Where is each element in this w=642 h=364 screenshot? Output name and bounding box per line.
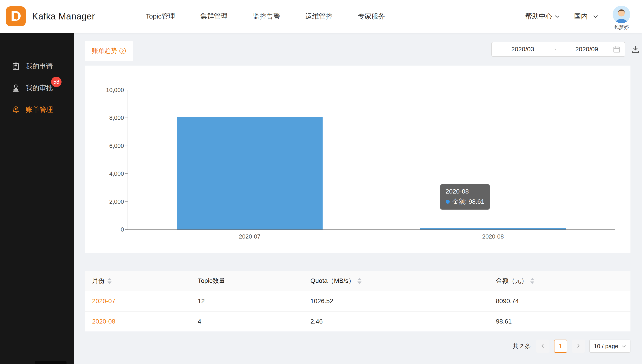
y-tick-mark	[125, 202, 128, 202]
region-dropdown[interactable]: 国内	[574, 12, 598, 21]
svg-text:D: D	[11, 8, 21, 24]
date-separator: ~	[549, 46, 560, 53]
y-tick-label: 8,000	[109, 114, 124, 122]
page-1-button[interactable]: 1	[554, 340, 567, 353]
bar-2020-07[interactable]	[177, 117, 323, 230]
date-range-picker[interactable]: 2020/03 ~ 2020/09	[491, 42, 625, 57]
clipboard-icon	[12, 62, 20, 70]
y-tick-label: 2,000	[109, 198, 124, 205]
sidebar-item-my-approvals[interactable]: 我的审批 58	[0, 77, 74, 99]
region-label: 国内	[574, 12, 588, 21]
column-label: Quota（MB/s）	[310, 276, 355, 285]
nav-ops-control[interactable]: 运维管控	[305, 12, 333, 21]
page-size-select[interactable]: 10 / page	[589, 340, 630, 353]
sort-control[interactable]	[357, 278, 361, 284]
bill-bell-icon	[12, 106, 20, 114]
app-logo-icon[interactable]: D	[6, 6, 26, 26]
avatar	[612, 6, 630, 23]
app-title: Kafka Manager	[32, 0, 95, 33]
y-tick-label: 4,000	[109, 170, 124, 177]
top-header: D Kafka Manager Topic管理 集群管理 监控告警 运维管控 专…	[0, 0, 642, 33]
series-dot-icon	[446, 200, 450, 204]
y-tick-mark	[125, 174, 128, 174]
y-tick-mark	[125, 90, 128, 90]
table-row: 2020-07 12 1026.52 8090.74	[85, 291, 630, 311]
prev-page-button[interactable]	[536, 340, 549, 353]
gridline	[128, 90, 615, 90]
column-topic-count: Topic数量	[198, 276, 310, 285]
column-label: 金额（元）	[496, 276, 527, 285]
sidebar-item-label: 我的审批	[26, 84, 53, 93]
sidebar: 我的申请 我的审批 58 账单管理	[0, 33, 74, 364]
crosshair-line	[493, 90, 493, 230]
sort-control[interactable]	[108, 278, 112, 284]
main-nav: Topic管理 集群管理 监控告警 运维管控 专家服务	[146, 0, 385, 33]
nav-expert-service[interactable]: 专家服务	[358, 12, 385, 21]
nav-cluster-manage[interactable]: 集群管理	[200, 12, 228, 21]
download-icon[interactable]	[631, 45, 640, 54]
table-header: 月份 Topic数量 Quota（MB/s） 金额（元）	[85, 271, 630, 291]
column-month: 月份	[92, 276, 198, 285]
header-right: 帮助中心 国内	[525, 0, 630, 33]
y-tick-mark	[125, 229, 128, 230]
y-tick-mark	[125, 146, 128, 146]
y-axis-line	[128, 90, 128, 230]
chart-tooltip: 2020-08 金额: 98.61	[440, 184, 490, 210]
approvals-count-badge: 58	[51, 77, 62, 87]
bottom-collapsed-bar	[35, 361, 67, 364]
bar-chart-plot: 2020-08 金额: 98.61 02,0004,0006,0008,0001…	[128, 90, 615, 230]
calendar-icon	[613, 46, 620, 53]
chevron-right-icon	[576, 343, 580, 349]
nav-monitor-alert[interactable]: 监控告警	[253, 12, 280, 21]
bill-trend-chart-card: 2020-08 金额: 98.61 02,0004,0006,0008,0001…	[85, 66, 630, 253]
tab-label: 账单趋势	[92, 46, 117, 55]
bill-table-card: 月份 Topic数量 Quota（MB/s） 金额（元） 2020-07 12 …	[85, 271, 630, 332]
x-axis-line	[128, 230, 615, 230]
month-link[interactable]: 2020-08	[92, 318, 115, 325]
table-row: 2020-08 4 2.46 98.61	[85, 311, 630, 332]
date-start-value[interactable]: 2020/03	[496, 46, 549, 53]
sort-control[interactable]	[530, 278, 534, 284]
cell-quota: 1026.52	[310, 298, 496, 305]
help-center-dropdown[interactable]: 帮助中心	[525, 12, 560, 21]
x-axis-label: 2020-07	[239, 233, 260, 240]
column-amount: 金额（元）	[496, 276, 623, 285]
sidebar-item-my-applications[interactable]: 我的申请	[0, 56, 74, 77]
pagination: 共 2 条 1 10 / page	[513, 339, 630, 353]
user-name: 包梦婷	[614, 24, 629, 31]
nav-topic-manage[interactable]: Topic管理	[146, 12, 175, 21]
cell-quota: 2.46	[310, 318, 496, 325]
cell-amount: 8090.74	[496, 298, 623, 305]
cell-amount: 98.61	[496, 318, 623, 325]
chevron-down-icon	[621, 345, 626, 348]
chevron-down-icon	[593, 15, 598, 18]
sidebar-item-label: 账单管理	[26, 105, 53, 114]
total-count-label: 共 2 条	[513, 342, 531, 350]
y-tick-label: 6,000	[109, 142, 124, 149]
y-tick-label: 0	[121, 226, 124, 233]
month-link[interactable]: 2020-07	[92, 298, 115, 304]
tooltip-value: 金额: 98.61	[452, 197, 484, 206]
page-size-value: 10 / page	[594, 343, 618, 350]
y-tick-label: 10,000	[106, 86, 124, 94]
date-end-value[interactable]: 2020/09	[560, 46, 613, 53]
column-label: 月份	[92, 276, 105, 285]
sidebar-item-label: 我的申请	[26, 62, 53, 71]
column-label: Topic数量	[198, 276, 225, 285]
tab-bill-trend[interactable]: 账单趋势 ?	[85, 41, 133, 61]
chevron-left-icon	[541, 343, 545, 349]
user-menu[interactable]: 包梦婷	[612, 6, 630, 31]
x-axis-label: 2020-08	[482, 233, 504, 240]
sidebar-item-bill-management[interactable]: 账单管理	[0, 99, 74, 120]
chevron-down-icon	[555, 15, 560, 18]
cell-topic-count: 12	[198, 298, 310, 305]
column-quota: Quota（MB/s）	[310, 276, 496, 285]
tooltip-title: 2020-08	[446, 188, 484, 195]
question-circle-icon[interactable]: ?	[120, 48, 126, 54]
help-center-label: 帮助中心	[525, 12, 552, 21]
app-root: D Kafka Manager Topic管理 集群管理 监控告警 运维管控 专…	[0, 0, 642, 364]
y-tick-mark	[125, 118, 128, 118]
cell-topic-count: 4	[198, 318, 310, 325]
stamp-icon	[12, 84, 20, 92]
next-page-button[interactable]	[572, 340, 585, 353]
